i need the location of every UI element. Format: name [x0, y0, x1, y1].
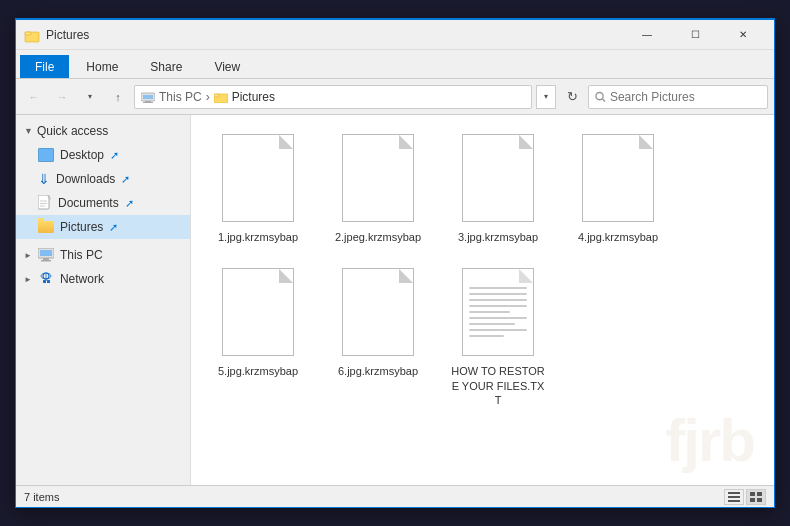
- tab-home[interactable]: Home: [71, 55, 133, 78]
- list-item[interactable]: HOW TO RESTORE YOUR FILES.TXT: [443, 261, 553, 414]
- list-view-icon: [728, 492, 740, 502]
- chevron-icon: ►: [24, 251, 32, 260]
- network-label: Network: [60, 272, 104, 286]
- file-icon-generic: [222, 134, 294, 222]
- recent-locations-button[interactable]: ▾: [78, 85, 102, 109]
- desktop-label: Desktop: [60, 148, 104, 162]
- file-icon-generic: [342, 134, 414, 222]
- window-title: Pictures: [46, 28, 89, 42]
- title-bar: Pictures — ☐ ✕: [16, 20, 774, 50]
- file-icon-generic: [582, 134, 654, 222]
- svg-rect-17: [41, 260, 51, 262]
- pictures-label: Pictures: [60, 220, 103, 234]
- maximize-button[interactable]: ☐: [672, 20, 718, 50]
- svg-rect-25: [728, 496, 740, 498]
- pin-icon: ➚: [121, 173, 130, 186]
- tab-share[interactable]: Share: [135, 55, 197, 78]
- svg-rect-15: [40, 250, 52, 256]
- tile-view-button[interactable]: [746, 489, 766, 505]
- list-item[interactable]: 4.jpg.krzmsybap: [563, 127, 673, 251]
- documents-label: Documents: [58, 196, 119, 210]
- quick-access-section: ▼ Quick access Desktop ➚ ⇓ Downloads ➚: [16, 119, 190, 239]
- downloads-label: Downloads: [56, 172, 115, 186]
- file-label: 6.jpg.krzmsybap: [338, 364, 418, 378]
- ribbon-tabs: File Home Share View: [16, 50, 774, 78]
- file-thumbnail: [458, 134, 538, 224]
- file-label: 2.jpeg.krzmsybap: [335, 230, 421, 244]
- sidebar-item-pictures[interactable]: Pictures ➚: [16, 215, 190, 239]
- svg-rect-30: [757, 498, 762, 502]
- downloads-icon: ⇓: [38, 171, 50, 187]
- search-icon: [595, 91, 606, 103]
- chevron-icon: ▼: [24, 126, 33, 136]
- address-dropdown[interactable]: ▾: [536, 85, 556, 109]
- tab-file[interactable]: File: [20, 55, 69, 78]
- file-thumbnail: [218, 134, 298, 224]
- search-box[interactable]: [588, 85, 768, 109]
- network-icon: [38, 272, 54, 286]
- tile-view-icon: [750, 492, 762, 502]
- list-item[interactable]: 2.jpeg.krzmsybap: [323, 127, 433, 251]
- sidebar-item-downloads[interactable]: ⇓ Downloads ➚: [16, 167, 190, 191]
- pictures-folder-icon: [214, 91, 228, 103]
- file-icon-text: [462, 268, 534, 356]
- path-thispc[interactable]: This PC: [159, 90, 202, 104]
- file-icon-generic: [462, 134, 534, 222]
- close-button[interactable]: ✕: [720, 20, 766, 50]
- file-icon-generic: [342, 268, 414, 356]
- devices-section: ► This PC ►: [16, 243, 190, 291]
- file-thumbnail: [338, 134, 418, 224]
- svg-rect-27: [750, 492, 755, 496]
- list-item[interactable]: 3.jpg.krzmsybap: [443, 127, 553, 251]
- doc-lines: [469, 287, 527, 341]
- ribbon: File Home Share View: [16, 50, 774, 79]
- sidebar-item-thispc[interactable]: ► This PC: [16, 243, 190, 267]
- list-item[interactable]: 5.jpg.krzmsybap: [203, 261, 313, 414]
- sidebar-item-network[interactable]: ► Network: [16, 267, 190, 291]
- refresh-button[interactable]: ↻: [560, 85, 584, 109]
- pin-icon: ➚: [109, 221, 118, 234]
- svg-rect-1: [25, 32, 31, 35]
- window-controls: — ☐ ✕: [624, 20, 766, 50]
- thispc-icon: [38, 248, 54, 262]
- svg-rect-16: [43, 258, 49, 260]
- sidebar: ▼ Quick access Desktop ➚ ⇓ Downloads ➚: [16, 115, 191, 485]
- svg-point-8: [596, 92, 603, 99]
- window-icon: [24, 27, 40, 43]
- file-label: 3.jpg.krzmsybap: [458, 230, 538, 244]
- quick-access-header[interactable]: ▼ Quick access: [16, 119, 190, 143]
- sidebar-item-desktop[interactable]: Desktop ➚: [16, 143, 190, 167]
- address-path[interactable]: This PC › Pictures: [134, 85, 532, 109]
- content-area: 1.jpg.krzmsybap 2.jpeg.krzmsybap 3.jpg.k…: [191, 115, 774, 485]
- tab-view[interactable]: View: [199, 55, 255, 78]
- status-bar: 7 items: [16, 485, 774, 507]
- file-label: HOW TO RESTORE YOUR FILES.TXT: [450, 364, 546, 407]
- thispc-small-icon: [141, 91, 155, 103]
- sidebar-item-documents[interactable]: Documents ➚: [16, 191, 190, 215]
- documents-icon: [38, 195, 52, 211]
- forward-button[interactable]: →: [50, 85, 74, 109]
- svg-rect-29: [750, 498, 755, 502]
- search-input[interactable]: [610, 90, 761, 104]
- list-view-button[interactable]: [724, 489, 744, 505]
- pictures-folder-icon: [38, 221, 54, 233]
- path-pictures[interactable]: Pictures: [232, 90, 275, 104]
- file-explorer-window: Pictures — ☐ ✕ File Home Share View ← → …: [15, 18, 775, 508]
- back-button[interactable]: ←: [22, 85, 46, 109]
- chevron-icon: ►: [24, 275, 32, 284]
- thispc-label: This PC: [60, 248, 103, 262]
- view-buttons: [724, 489, 766, 505]
- status-count: 7 items: [24, 491, 59, 503]
- file-thumbnail: [338, 268, 418, 358]
- file-label: 4.jpg.krzmsybap: [578, 230, 658, 244]
- list-item[interactable]: 1.jpg.krzmsybap: [203, 127, 313, 251]
- file-thumbnail: [578, 134, 658, 224]
- minimize-button[interactable]: —: [624, 20, 670, 50]
- up-button[interactable]: ↑: [106, 85, 130, 109]
- file-icon-generic: [222, 268, 294, 356]
- quick-access-label: Quick access: [37, 124, 108, 138]
- list-item[interactable]: 6.jpg.krzmsybap: [323, 261, 433, 414]
- svg-rect-5: [143, 102, 153, 103]
- svg-rect-26: [728, 500, 740, 502]
- file-label: 5.jpg.krzmsybap: [218, 364, 298, 378]
